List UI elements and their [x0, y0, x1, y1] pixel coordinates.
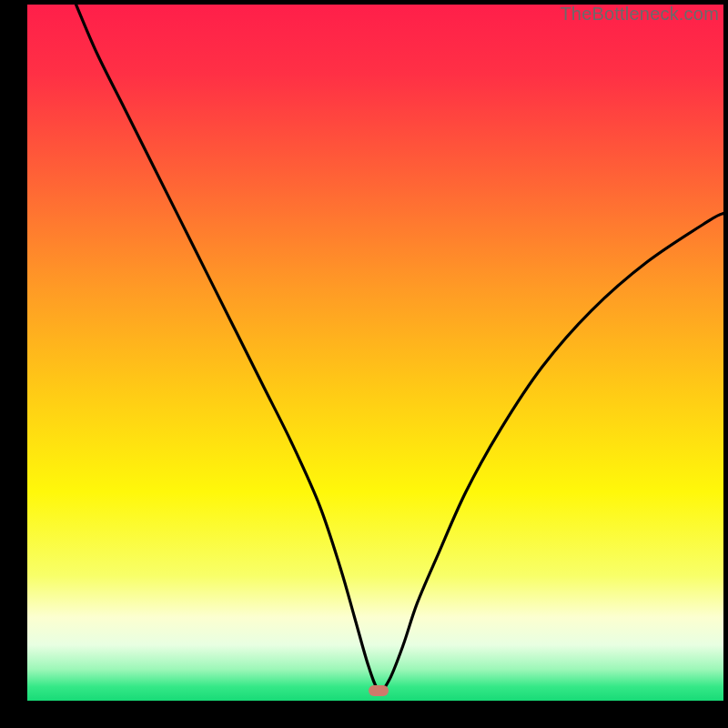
minimum-marker — [369, 685, 389, 696]
watermark-text: TheBottleneck.com — [560, 4, 719, 25]
plot-area — [27, 5, 723, 701]
chart-stage: TheBottleneck.com — [0, 0, 728, 728]
bottleneck-curve — [27, 5, 723, 701]
